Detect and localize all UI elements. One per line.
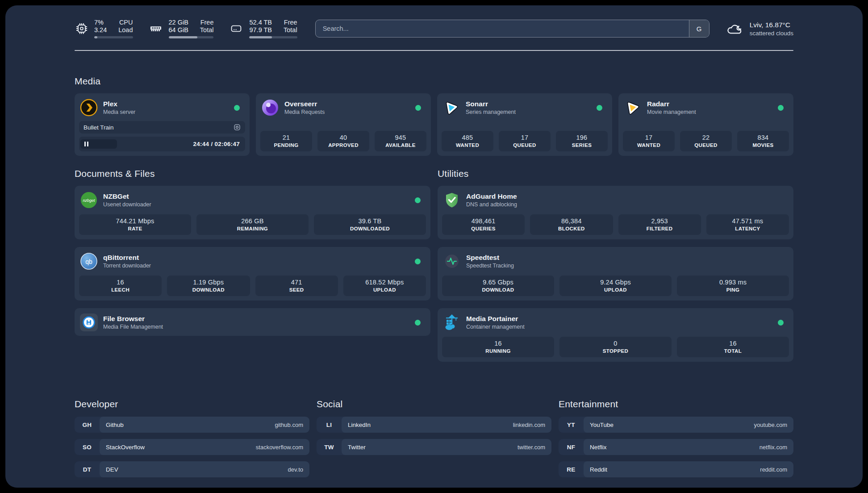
link-twitter[interactable]: TW Twitter twitter.com [317,439,551,455]
stat-tile: 39.6 TBDOWNLOADED [314,214,426,235]
qbittorrent-icon: qb [80,252,98,270]
link-abbr: NF [559,439,584,455]
app-card-radarr[interactable]: Radarr Movie management 17WANTED 22QUEUE… [618,93,793,156]
app-card-nzbget[interactable]: nzbget NZBGet Usenet downloader 744.21 M… [75,186,430,239]
app-subtitle: Media server [103,109,135,115]
search-input[interactable] [316,20,689,37]
disk-progress-bar [249,36,297,38]
link-linkedin[interactable]: LI LinkedIn linkedin.com [317,417,551,433]
status-dot [415,197,421,203]
disk-widget: 52.4 TB Free 97.9 TB Total [229,19,297,38]
link-name: StackOverflow [106,444,145,451]
app-card-overseerr[interactable]: Overseerr Media Requests 21PENDING 40APP… [256,93,431,156]
section-title-documents: Documents & Files [75,168,430,179]
status-dot [234,105,240,111]
overseerr-icon [261,99,279,117]
stat-tile: 266 GBREMAINING [196,214,309,235]
link-name: LinkedIn [348,422,371,428]
app-title: Overseerr [284,100,325,108]
section-title-utilities: Utilities [438,168,793,179]
now-playing-title: Bullet Train [83,124,114,131]
app-subtitle: Movie management [647,109,696,115]
link-name: Reddit [590,466,607,473]
app-subtitle: Usenet downloader [103,201,151,208]
disk-free-label: Free [284,19,297,26]
top-bar: 7% CPU 3.24 Load [75,5,793,38]
playback-progress: 24:44 / 02:06:47 [79,137,245,151]
stat-tile: 0.993 msPING [677,276,789,296]
app-card-adguard[interactable]: AdGuard Home DNS and adblocking 498,461Q… [438,186,793,239]
link-dev[interactable]: DT DEV dev.to [75,461,309,477]
playback-time: 24:44 / 02:06:47 [193,141,240,147]
cpu-widget: 7% CPU 3.24 Load [75,19,133,38]
link-name: Twitter [348,444,366,451]
stat-tile: 834MOVIES [737,131,789,151]
stat-tile: 2,953FILTERED [618,214,701,235]
cpu-load-value: 3.24 [94,26,107,34]
adguard-icon [443,191,461,209]
cpu-progress-bar [94,36,133,38]
radarr-icon [624,99,642,117]
svg-text:nzbget: nzbget [83,198,95,203]
link-youtube[interactable]: YT YouTube youtube.com [559,417,793,433]
link-netflix[interactable]: NF Netflix netflix.com [559,439,793,455]
ram-icon [148,21,163,36]
stat-tile: 16LEECH [79,276,162,296]
cloud-icon [726,21,744,37]
status-dot [778,320,784,326]
link-abbr: LI [317,417,342,433]
link-url: youtube.com [754,422,787,428]
link-name: DEV [106,466,118,473]
now-playing-row: Bullet Train [79,121,245,134]
nzbget-icon: nzbget [80,191,98,209]
app-card-qbittorrent[interactable]: qb qBittorrent Torrent downloader 16LEEC… [75,247,430,301]
app-title: File Browser [103,315,163,323]
ram-total-label: Total [200,26,214,34]
link-github[interactable]: GH Github github.com [75,417,309,433]
stat-tile: 40APPROVED [317,131,369,151]
link-name: Netflix [590,444,607,451]
weather-location-temp: Lviv, 16.87°C [750,21,793,29]
disk-total-label: Total [284,26,297,34]
stat-tile: 945AVAILABLE [375,131,426,151]
link-stackoverflow[interactable]: SO StackOverflow stackoverflow.com [75,439,309,455]
app-subtitle: Media File Management [103,324,163,330]
ram-free-label: Free [200,19,214,26]
search-engine-button[interactable]: G [689,20,709,37]
app-title: Radarr [647,100,696,108]
link-name: YouTube [590,422,613,428]
app-card-portainer[interactable]: Media Portainer Container management 16R… [438,308,793,362]
cpu-load-label: Load [118,26,133,34]
app-title: Plex [103,100,135,108]
stat-tile: 618.52 MbpsUPLOAD [343,276,426,296]
pause-icon[interactable] [84,142,88,146]
app-subtitle: Series management [466,109,516,115]
link-abbr: TW [317,439,342,455]
app-card-speedtest[interactable]: Speedtest Speedtest Tracking 9.65 GbpsDO… [438,247,793,301]
link-url: netflix.com [760,444,787,451]
stat-tile: 17QUEUED [499,131,551,151]
portainer-icon [443,313,461,331]
stat-tile: 22QUEUED [680,131,732,151]
ram-progress-bar [169,36,214,38]
app-subtitle: Speedtest Tracking [466,263,514,269]
ram-widget: 22 GiB Free 64 GiB Total [148,19,214,38]
link-abbr: DT [75,461,100,477]
app-card-sonarr[interactable]: Sonarr Series management 485WANTED 17QUE… [437,93,612,156]
ram-free-value: 22 GiB [169,19,188,26]
stat-tile: 86,384BLOCKED [530,214,613,235]
link-url: linkedin.com [513,422,545,428]
app-card-plex[interactable]: Plex Media server Bullet Train [75,93,250,156]
section-title-entertainment: Entertainment [559,399,793,409]
app-title: qBittorrent [103,254,151,262]
stat-tile: 21PENDING [260,131,312,151]
weather-widget: Lviv, 16.87°C scattered clouds [726,21,793,37]
app-card-filebrowser[interactable]: File Browser Media File Management [75,308,430,336]
cpu-label: CPU [118,19,133,26]
disk-icon [229,21,244,36]
app-subtitle: Media Requests [284,109,325,115]
header-divider [75,50,793,51]
link-reddit[interactable]: RE Reddit reddit.com [559,461,793,477]
app-title: AdGuard Home [466,192,517,201]
link-abbr: SO [75,439,100,455]
